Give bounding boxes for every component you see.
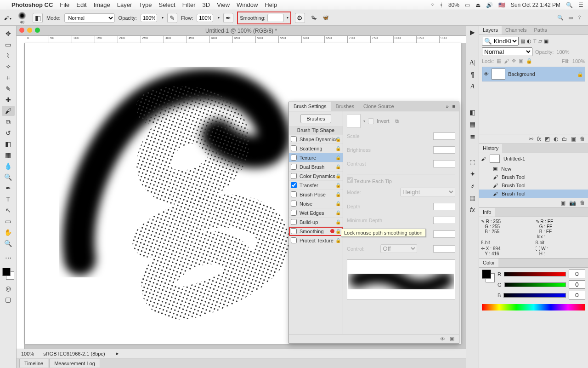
smoothing-gear-icon[interactable]: ⚙ bbox=[295, 13, 305, 23]
lasso-tool-icon[interactable]: ⌇ bbox=[2, 51, 15, 61]
menu-type[interactable]: Type bbox=[139, 1, 152, 8]
fill-value[interactable]: 100% bbox=[572, 58, 585, 64]
brush-option-dual-brush[interactable]: Dual Brush🔒 bbox=[289, 162, 343, 172]
arrange-icon[interactable]: ▭ bbox=[568, 15, 573, 21]
ruler-vertical[interactable] bbox=[17, 43, 25, 349]
checkbox[interactable] bbox=[291, 145, 297, 151]
history-snapshot[interactable]: 🖌Untitled-1 bbox=[479, 153, 588, 164]
shape-tool-icon[interactable]: ▭ bbox=[2, 216, 15, 226]
brush-option-protect-texture[interactable]: Protect Texture🔒 bbox=[289, 236, 343, 245]
type-tool-icon[interactable]: T bbox=[2, 194, 15, 204]
brush-preview[interactable]: 40 bbox=[15, 12, 29, 24]
opacity-input[interactable] bbox=[141, 14, 157, 22]
checkbox[interactable] bbox=[291, 201, 297, 207]
checkbox[interactable] bbox=[291, 191, 297, 197]
airbrush-icon[interactable]: ✒ bbox=[223, 13, 233, 23]
smoothing-input[interactable] bbox=[267, 14, 284, 22]
menu-3d[interactable]: 3D bbox=[203, 1, 210, 8]
menu-view[interactable]: View bbox=[217, 1, 230, 8]
menu-icon[interactable]: ☰ bbox=[578, 2, 583, 8]
lock-icon[interactable]: 🔒 bbox=[335, 164, 341, 169]
lock-artboard-icon[interactable]: ▣ bbox=[519, 58, 523, 64]
lock-icon[interactable]: 🔒 bbox=[335, 146, 341, 151]
lock-icon[interactable]: 🔒 bbox=[335, 183, 341, 188]
checkbox[interactable] bbox=[291, 182, 297, 188]
brush-option-smoothing[interactable]: Smoothing🔒 bbox=[289, 227, 343, 236]
lock-brush-icon[interactable]: 🖌 bbox=[504, 58, 509, 64]
brush-settings-tab[interactable]: Brush Settings bbox=[289, 102, 331, 111]
new-doc-from-state-icon[interactable]: ▣ bbox=[560, 200, 565, 206]
bluetooth-icon[interactable]: ᚼ bbox=[440, 2, 443, 8]
brush-tool-icon[interactable]: 🖌 bbox=[2, 106, 15, 116]
brush-option-noise[interactable]: Noise🔒 bbox=[289, 199, 343, 208]
menu-help[interactable]: Help bbox=[265, 1, 277, 8]
paths-tab[interactable]: Paths bbox=[531, 26, 551, 34]
glyph-panel-icon[interactable]: A bbox=[470, 83, 475, 90]
move-tool-icon[interactable]: ✥ bbox=[2, 29, 15, 39]
history-item[interactable]: 🖌Brush Tool bbox=[479, 190, 588, 198]
menu-image[interactable]: Image bbox=[94, 1, 110, 8]
layers-icon[interactable]: ≣ bbox=[470, 132, 475, 140]
eraser-tool-icon[interactable]: ◧ bbox=[2, 139, 15, 149]
panel-menu-icon[interactable]: ≡ bbox=[452, 104, 459, 109]
new-brush-icon[interactable]: ▣ bbox=[450, 336, 454, 342]
pressure-size-icon[interactable]: ✎̶ bbox=[309, 13, 319, 23]
collapse-icon[interactable]: » bbox=[446, 104, 452, 109]
layer-blend-select[interactable]: Normal bbox=[482, 47, 532, 56]
close-icon[interactable] bbox=[19, 28, 24, 33]
mask-icon[interactable]: ◩ bbox=[545, 136, 550, 142]
menu-window[interactable]: Window bbox=[237, 1, 258, 8]
dodge-tool-icon[interactable]: 🔍 bbox=[2, 172, 15, 182]
filter-pixel-icon[interactable]: ▧ bbox=[520, 38, 525, 44]
histogram-icon[interactable]: ⫽ bbox=[469, 182, 476, 190]
menu-file[interactable]: File bbox=[60, 1, 69, 8]
layers-tab[interactable]: Layers bbox=[479, 26, 502, 34]
history-brush-tool-icon[interactable]: ↺ bbox=[2, 128, 15, 138]
new-layer-icon[interactable]: ▣ bbox=[571, 136, 576, 142]
layer-opacity-value[interactable]: 100% bbox=[556, 49, 569, 55]
lock-all-icon[interactable]: 🔒 bbox=[526, 58, 532, 64]
layer-row-background[interactable]: 👁 Background 🔒 bbox=[482, 67, 585, 81]
flow-input[interactable] bbox=[197, 14, 213, 22]
control-input[interactable] bbox=[433, 245, 455, 253]
link-icon[interactable]: ⚯ bbox=[529, 136, 533, 142]
pressure-opacity-icon[interactable]: ✎ bbox=[167, 13, 177, 23]
filter-shape-icon[interactable]: ▱ bbox=[538, 38, 542, 44]
color-profile[interactable]: sRGB IEC61966-2.1 (8bpc) bbox=[43, 351, 105, 356]
brush-option-shape-dynamics[interactable]: Shape Dynamics🔒 bbox=[289, 135, 343, 144]
preview-toggle-icon[interactable]: 👁 bbox=[440, 336, 445, 342]
minimize-icon[interactable] bbox=[27, 28, 32, 33]
lock-icon[interactable]: 🔒 bbox=[335, 238, 341, 243]
timeline-tab[interactable]: Timeline bbox=[19, 359, 48, 368]
checkbox[interactable] bbox=[291, 164, 297, 170]
checkbox[interactable] bbox=[291, 219, 297, 225]
brushes-tab[interactable]: Brushes bbox=[331, 102, 359, 111]
fx-icon[interactable]: fx bbox=[470, 206, 475, 213]
control-select[interactable]: Off bbox=[380, 244, 417, 253]
g-slider[interactable] bbox=[504, 282, 566, 287]
menu-layer[interactable]: Layer bbox=[117, 1, 132, 8]
checkbox[interactable] bbox=[291, 228, 297, 234]
r-slider[interactable] bbox=[504, 272, 566, 276]
hand-tool-icon[interactable]: ✋ bbox=[2, 227, 15, 237]
lock-icon[interactable]: 🔒 bbox=[335, 219, 341, 224]
checkbox[interactable] bbox=[291, 155, 297, 161]
r-input[interactable] bbox=[569, 270, 585, 278]
eject-icon[interactable]: ⏏ bbox=[475, 2, 481, 8]
brush-option-wet-edges[interactable]: Wet Edges🔒 bbox=[289, 208, 343, 218]
trash-icon[interactable]: 🗑 bbox=[580, 200, 585, 206]
menu-edit[interactable]: Edit bbox=[76, 1, 86, 8]
hue-strip[interactable] bbox=[482, 304, 585, 310]
paragraph-panel-icon[interactable]: ¶ bbox=[471, 71, 475, 78]
lock-icon[interactable]: 🔒 bbox=[335, 155, 341, 160]
texture-mode-select[interactable]: Height bbox=[400, 188, 455, 196]
b-slider[interactable] bbox=[503, 293, 566, 298]
char-panel-icon[interactable]: A| bbox=[469, 59, 475, 66]
compass-icon[interactable]: ✦ bbox=[470, 170, 475, 178]
checkbox[interactable] bbox=[291, 173, 297, 179]
zoom-level[interactable]: 100% bbox=[21, 351, 34, 356]
checkbox[interactable] bbox=[291, 237, 297, 243]
snap-icon[interactable]: ⧉ bbox=[395, 118, 399, 124]
edit-toolbar-icon[interactable]: ⋯ bbox=[2, 253, 15, 263]
brush-panel-toggle-icon[interactable]: ◧ bbox=[33, 13, 43, 23]
